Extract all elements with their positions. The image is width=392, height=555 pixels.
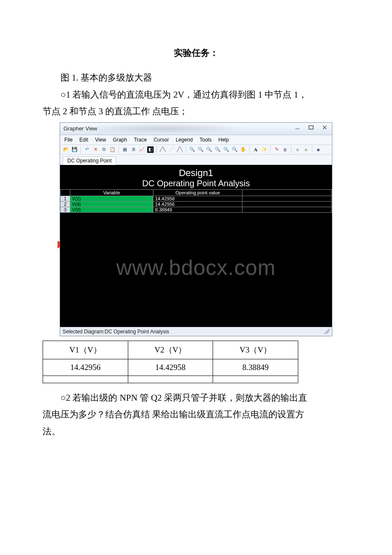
text-icon[interactable]: A (252, 146, 259, 153)
zoom-y-icon[interactable]: 🔍 (223, 146, 230, 153)
toolbar-separator (312, 146, 312, 153)
cell-value: 14.42956 (153, 201, 242, 207)
watermark: www.bdocx.com (60, 255, 332, 280)
toolbar-separator (118, 146, 119, 153)
close-button[interactable] (320, 124, 329, 131)
toolbar-separator (249, 146, 250, 153)
table-row: 2 V(4) 14.42956 (61, 201, 332, 207)
save-icon[interactable]: 💾 (71, 146, 78, 153)
chart-title: Design1 (60, 165, 332, 179)
zoom-out-icon[interactable]: 🔍 (197, 146, 204, 153)
results-header: V3（V） (213, 341, 298, 359)
tab-strip: DC Operating Point (60, 155, 332, 165)
menu-bar: File Edit View Graph Trace Cursor Legend… (60, 135, 332, 145)
heading: 实验任务： (43, 47, 349, 59)
row-number: 3 (61, 207, 70, 212)
menu-cursor[interactable]: Cursor (152, 136, 170, 144)
row-number: 2 (61, 201, 70, 207)
graph-area: Design1 DC Operating Point Analysis Vari… (60, 165, 332, 327)
cell-value: 8.38849 (213, 359, 298, 376)
cell-variable: V(2) (70, 196, 153, 201)
table-row (43, 376, 298, 383)
cell-variable: V(4) (70, 201, 153, 207)
paragraph-q1-line1: ○1 若输入信号的直流电压为 2V，通过仿真得到图 1 中节点 1， (43, 88, 349, 102)
column-header-variable: Variable (70, 189, 153, 196)
menu-legend[interactable]: Legend (174, 136, 194, 144)
svg-rect-1 (309, 126, 313, 129)
cell-value: 14.42958 (128, 359, 213, 376)
results-header: V1（V） (43, 341, 128, 359)
toolbar: 📂 💾 ↶ ✕ ⧉ 📋 ▦ ≣ 📈 ◧ ╱╲ ⋰ ╱╲ 🔍 🔍 🔍 (60, 145, 332, 155)
invert-icon[interactable]: ◧ (147, 146, 154, 153)
paste-icon[interactable]: 📋 (109, 146, 116, 153)
menu-view[interactable]: View (93, 136, 108, 144)
cursor-icon[interactable]: ╱╲ (159, 146, 166, 153)
cell-value (43, 376, 128, 383)
open-icon[interactable]: 📂 (63, 146, 69, 153)
status-text: Selected Diagram:DC Operating Point Anal… (63, 329, 169, 335)
menu-file[interactable]: File (63, 136, 74, 144)
cursor-icon[interactable]: ╱╲ (176, 146, 183, 153)
copy-icon[interactable]: ⧉ (101, 146, 107, 153)
minimize-button[interactable] (293, 124, 302, 131)
cursor-icon[interactable]: ⋰ (168, 146, 175, 153)
screenshot-window: Grapher View File Edit View Gr (60, 122, 332, 336)
toolbar-separator (291, 146, 291, 153)
list-icon[interactable]: ≣ (130, 146, 137, 153)
menu-help[interactable]: Help (217, 136, 231, 144)
window-titlebar[interactable]: Grapher View (60, 123, 332, 135)
dc-table: Variable Operating point value 1 V(2) 14… (60, 189, 332, 213)
cell-value: 14.42956 (43, 359, 128, 376)
cell-value (213, 376, 298, 383)
toolbar-separator (186, 146, 186, 153)
chart-icon[interactable]: 📈 (138, 146, 145, 153)
undo-icon[interactable]: ↶ (84, 146, 90, 153)
export-icon[interactable]: ⎆ (303, 146, 309, 153)
paragraph-q1-line2: 节点 2 和节点 3 的直流工作 点电压； (43, 104, 349, 119)
table-row: 3 V(8) 8.38849 (61, 207, 332, 212)
toolbar-separator (81, 146, 81, 153)
cell-variable: V(8) (70, 207, 153, 212)
zoom-x-icon[interactable]: 🔍 (214, 146, 221, 153)
ruler-icon[interactable]: ✎ (273, 146, 280, 153)
results-header: V2（V） (128, 341, 213, 359)
window-title: Grapher View (63, 125, 97, 132)
doc-icon[interactable]: 🗎 (282, 146, 288, 153)
figure-caption: 图 1. 基本的多级放大器 (43, 71, 349, 85)
menu-tools[interactable]: Tools (198, 136, 213, 144)
hand-icon[interactable]: ✋ (240, 146, 247, 153)
menu-trace[interactable]: Trace (132, 136, 148, 144)
tab-dc-operating-point[interactable]: DC Operating Point (63, 156, 116, 165)
wand-icon[interactable]: ✨ (261, 146, 268, 153)
row-number: 1 (61, 196, 70, 201)
column-header-value: Operating point value (153, 189, 242, 196)
table-row: 14.42956 14.42958 8.38849 (43, 359, 298, 376)
zoom-region-icon[interactable]: 🔍 (206, 146, 213, 153)
export-icon[interactable]: ⎆ (294, 146, 301, 153)
paragraph-q2-line2: 流电压为多少？结合仿真结 果给出输出级直流工作点电流的设置方 (43, 408, 349, 422)
cell-value: 14.42958 (153, 196, 242, 201)
cell-value (128, 376, 213, 383)
decorative-smudge (98, 123, 242, 132)
table-row: 1 V(2) 14.42958 (61, 196, 332, 201)
toolbar-separator (156, 146, 157, 153)
zoom-fit-icon[interactable]: 🔍 (231, 146, 238, 153)
menu-edit[interactable]: Edit (78, 136, 90, 144)
results-table: V1（V） V2（V） V3（V） 14.42956 14.42958 8.38… (43, 341, 298, 383)
status-bar: Selected Diagram:DC Operating Point Anal… (60, 327, 332, 336)
grid-icon[interactable]: ▦ (121, 146, 128, 153)
maximize-button[interactable] (306, 124, 316, 131)
delete-icon[interactable]: ✕ (92, 146, 99, 153)
paragraph-q2-line1: ○2 若输出级的 NPN 管 Q2 采两只管子并联，则放大器的输出直 (43, 391, 349, 405)
toolbar-separator (270, 146, 271, 153)
paragraph-q2-line3: 法。 (43, 425, 349, 439)
cell-value: 8.38849 (153, 207, 242, 212)
zoom-in-icon[interactable]: 🔍 (189, 146, 196, 153)
resize-grip[interactable] (324, 329, 329, 334)
chart-subtitle: DC Operating Point Analysis (60, 179, 332, 189)
stop-icon[interactable]: ■ (315, 146, 322, 153)
menu-graph[interactable]: Graph (111, 136, 129, 144)
